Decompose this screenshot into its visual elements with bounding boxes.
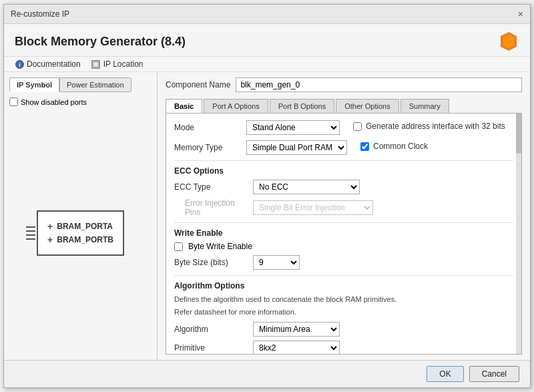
ecc-type-row: ECC Type No ECC [174,180,513,194]
byte-size-select[interactable]: 9 8 [253,255,300,270]
component-name-label: Component Name [166,80,230,89]
generate-address-row: Generate address interface with 32 bits [353,122,513,131]
algorithm-section-header: Algorithm Options [174,281,513,290]
algorithm-label: Algorithm [174,325,248,334]
ok-button[interactable]: OK [427,366,463,382]
byte-size-row: Byte Size (bits) 9 8 [174,255,513,270]
title-bar: Re-customize IP × [4,5,530,24]
component-name-row: Component Name [166,77,522,92]
tab-other-options[interactable]: Other Options [336,99,398,113]
bram-portb-row: + BRAM_PORTB [47,234,113,245]
primitive-row: Primitive 8kx2 512x36 1kx18 [174,341,513,355]
connector-line-1 [26,226,35,228]
connector-line-2 [26,230,35,232]
generate-address-checkbox[interactable] [353,122,362,131]
show-disabled-label: Show disabled ports [21,98,87,106]
byte-size-label: Byte Size (bits) [174,258,248,267]
algorithm-desc-1: Defines the algorithm used to concatenat… [174,295,513,305]
show-disabled-row: Show disabled ports [9,97,152,106]
common-clock-checkbox[interactable] [360,142,369,151]
documentation-link[interactable]: i Documentation [15,59,81,69]
connector-line-3 [26,234,35,236]
svg-text:i: i [19,61,21,68]
show-disabled-checkbox[interactable] [9,97,18,106]
right-panel: Component Name Basic Port A Options Port… [158,72,530,360]
byte-write-enable-row: Byte Write Enable [174,242,513,251]
ip-location-link[interactable]: IP Location [91,59,144,69]
location-icon [91,59,101,69]
memory-type-label: Memory Type [174,143,241,152]
algorithm-desc-2: Refer datasheet for more information. [174,307,513,317]
panel-tabs: IP Symbol Power Estimation [9,77,152,92]
divider-2 [174,222,513,223]
close-button[interactable]: × [518,9,523,19]
mode-row: Mode Stand Alone Generate address interf… [174,120,513,135]
main-dialog: Re-customize IP × Block Memory Generator… [3,4,531,388]
error-injection-row: Error Injection Pins Single Bit Error In… [174,198,513,217]
memory-type-row: Memory Type Simple Dual Port RAM Common … [174,140,513,155]
error-injection-label: Error Injection Pins [174,198,248,217]
logo-icon [498,31,519,52]
cancel-button[interactable]: Cancel [469,366,519,382]
divider-1 [174,160,513,161]
common-clock-row: Common Clock [360,142,513,151]
ip-location-label: IP Location [103,59,144,69]
mode-select[interactable]: Stand Alone [246,120,340,135]
tab-summary[interactable]: Summary [400,99,449,113]
plus-icon-a: + [47,221,53,232]
footer: OK Cancel [4,360,530,387]
main-tabs: Basic Port A Options Port B Options Othe… [166,99,522,114]
mode-label: Mode [174,123,241,132]
ecc-type-label: ECC Type [174,182,248,192]
header-area: Block Memory Generator (8.4) [4,24,530,57]
symbol-area: + BRAM_PORTA + BRAM_PORTB [9,112,152,355]
scrollbar-track[interactable] [516,114,521,354]
tab-basic[interactable]: Basic [166,99,202,113]
documentation-label: Documentation [27,59,81,69]
generate-address-label: Generate address interface with 32 bits [366,122,505,131]
memory-type-select[interactable]: Simple Dual Port RAM [246,140,347,155]
write-enable-header: Write Enable [174,228,513,238]
ecc-section-header: ECC Options [174,166,513,176]
byte-write-enable-checkbox[interactable] [174,242,183,251]
dialog-title: Re-customize IP [11,9,69,19]
plus-icon-b: + [47,234,53,245]
bram-porta-label: BRAM_PORTA [57,222,113,231]
info-icon: i [15,59,24,69]
tab-port-a-options[interactable]: Port A Options [204,99,268,113]
algorithm-row: Algorithm Minimum Area Low Power Fixed P… [174,322,513,337]
common-clock-label: Common Clock [373,142,428,151]
error-injection-select[interactable]: Single Bit Error Injection [253,200,373,215]
left-panel: IP Symbol Power Estimation Show disabled… [4,72,158,360]
scrollbar-thumb [516,114,521,154]
tab-content-basic: Mode Stand Alone Generate address interf… [166,114,522,355]
tab-port-b-options[interactable]: Port B Options [270,99,335,113]
svg-marker-1 [503,35,514,48]
bram-portb-label: BRAM_PORTB [57,235,113,244]
nav-bar: i Documentation IP Location [4,57,530,72]
tab-ip-symbol[interactable]: IP Symbol [9,77,59,92]
connector-line-4 [26,238,35,240]
algorithm-select[interactable]: Minimum Area Low Power Fixed Primitive [253,322,340,337]
tab-power-estimation[interactable]: Power Estimation [59,77,131,92]
ecc-type-select[interactable]: No ECC [253,180,360,194]
primitive-select[interactable]: 8kx2 512x36 1kx18 [253,341,340,355]
bram-symbol: + BRAM_PORTA + BRAM_PORTB [37,210,124,256]
byte-write-enable-label: Byte Write Enable [188,242,252,251]
page-title: Block Memory Generator (8.4) [15,35,186,49]
primitive-label: Primitive [174,343,248,353]
divider-3 [174,275,513,276]
component-name-input[interactable] [236,77,522,92]
port-connectors [26,210,35,256]
svg-rect-5 [93,62,98,67]
bram-porta-row: + BRAM_PORTA [47,221,113,232]
tab-content-wrapper: Mode Stand Alone Generate address interf… [166,114,522,355]
content-area: IP Symbol Power Estimation Show disabled… [4,72,530,360]
